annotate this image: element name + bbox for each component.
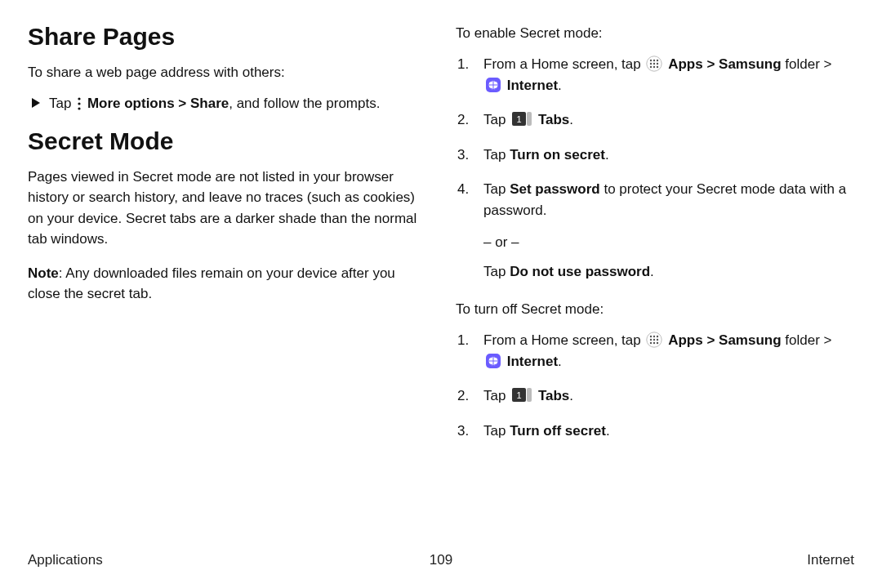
turnoff-step-3: 3. Tap Turn off secret. (457, 421, 854, 442)
apps-icon (646, 332, 662, 348)
share-step: Tap More options > Share, and follow the… (31, 93, 426, 114)
turn-on-secret-label: Turn on secret (510, 147, 605, 163)
text: . (569, 388, 573, 403)
text: Tap (483, 423, 510, 439)
svg-point-11 (650, 65, 652, 67)
text: Tap (49, 96, 75, 111)
text: Tap (483, 264, 510, 279)
svg-point-23 (650, 339, 652, 341)
share-step-text: Tap More options > Share, and follow the… (49, 93, 426, 114)
turnoff-step-1: 1. From a Home screen, tap Apps > Samsun… (457, 330, 854, 373)
share-label: Share (190, 96, 229, 111)
svg-point-10 (657, 62, 658, 64)
tabs-label: Tabs (538, 388, 569, 403)
step-body: Tap 1 Tabs. (483, 109, 854, 131)
svg-text:1: 1 (517, 390, 522, 400)
do-not-use-password-label: Do not use password (510, 264, 650, 279)
footer-page-number: 109 (28, 552, 854, 568)
text: folder > (782, 332, 832, 348)
turnoff-step-2: 2. Tap 1 Tabs. (457, 385, 854, 407)
svg-point-12 (653, 65, 655, 67)
svg-rect-18 (527, 112, 532, 126)
enable-intro: To enable Secret mode: (456, 23, 854, 44)
step-number: 3. (457, 421, 474, 442)
step-number: 4. (457, 179, 474, 286)
svg-point-1 (78, 97, 81, 100)
enable-step-3: 3. Tap Turn on secret. (457, 145, 854, 166)
svg-point-26 (650, 342, 652, 344)
svg-marker-0 (32, 98, 40, 108)
page-footer: Applications 109 Internet (28, 552, 854, 568)
secret-mode-description: Pages viewed in Secret mode are not list… (28, 167, 426, 250)
svg-point-22 (657, 336, 658, 337)
set-password-label: Set password (510, 181, 600, 197)
heading-secret-mode: Secret Mode (28, 127, 426, 155)
apps-label: Apps (668, 56, 703, 72)
text: . (605, 147, 609, 163)
text: From a Home screen, tap (483, 332, 644, 348)
text: , and follow the prompts. (229, 96, 380, 111)
step-body: From a Home screen, tap Apps > Samsung f… (483, 330, 854, 373)
svg-rect-33 (527, 388, 532, 402)
note-body: : Any downloaded files remain on your de… (28, 265, 395, 302)
turn-off-secret-label: Turn off secret (510, 423, 606, 439)
do-not-use-password: Tap Do not use password. (483, 261, 854, 283)
turnoff-steps: 1. From a Home screen, tap Apps > Samsun… (457, 330, 854, 442)
step-body: From a Home screen, tap Apps > Samsung f… (483, 54, 854, 97)
enable-step-1: 1. From a Home screen, tap Apps > Samsun… (457, 54, 854, 97)
manual-page: Share Pages To share a web page address … (0, 0, 882, 504)
more-options-label: More options (87, 96, 175, 111)
step-number: 3. (457, 145, 474, 166)
svg-point-21 (653, 336, 655, 337)
text: Tap (483, 388, 510, 403)
svg-point-28 (657, 342, 658, 344)
right-column: To enable Secret mode: 1. From a Home sc… (456, 23, 854, 455)
text: . (558, 78, 562, 93)
text: Tap (483, 112, 510, 127)
secret-mode-note: Note: Any downloaded files remain on you… (28, 263, 426, 305)
step-body: Tap Turn on secret. (483, 145, 854, 166)
left-column: Share Pages To share a web page address … (28, 23, 426, 455)
text: . (606, 423, 610, 439)
more-options-icon (77, 96, 82, 111)
svg-point-13 (657, 65, 658, 67)
text: . (650, 264, 654, 279)
tabs-icon: 1 (511, 111, 532, 127)
svg-point-27 (653, 342, 655, 344)
heading-share-pages: Share Pages (28, 23, 426, 51)
svg-point-9 (653, 62, 655, 64)
step-number: 2. (457, 109, 474, 131)
samsung-label: Samsung (719, 56, 782, 72)
step-body: Tap Set password to protect your Secret … (483, 179, 854, 286)
svg-point-3 (78, 107, 81, 109)
text: From a Home screen, tap (483, 56, 644, 72)
tabs-icon: 1 (511, 387, 532, 403)
enable-step-2: 2. Tap 1 Tabs. (457, 109, 854, 131)
apps-icon (646, 56, 662, 72)
svg-point-8 (650, 62, 652, 64)
samsung-label: Samsung (719, 332, 782, 348)
play-bullet-icon (31, 93, 41, 114)
internet-icon (485, 77, 501, 93)
step-body: Tap Turn off secret. (483, 421, 854, 442)
text: Tap (483, 147, 510, 163)
text: Tap (483, 181, 510, 197)
svg-point-6 (653, 59, 655, 60)
text: . (558, 354, 562, 369)
svg-point-7 (657, 59, 658, 60)
enable-steps: 1. From a Home screen, tap Apps > Samsun… (457, 54, 854, 287)
apps-label: Apps (668, 332, 703, 348)
svg-point-25 (657, 339, 658, 341)
text: > (703, 332, 719, 348)
step-number: 1. (457, 54, 474, 97)
svg-point-5 (650, 59, 652, 60)
internet-icon (485, 353, 501, 369)
text: > (703, 56, 719, 72)
text: folder > (782, 56, 832, 72)
svg-point-2 (78, 102, 81, 105)
enable-step-4: 4. Tap Set password to protect your Secr… (457, 179, 854, 286)
step-number: 1. (457, 330, 474, 373)
internet-label: Internet (507, 78, 558, 93)
step-body: Tap 1 Tabs. (483, 385, 854, 407)
note-label: Note (28, 265, 59, 281)
